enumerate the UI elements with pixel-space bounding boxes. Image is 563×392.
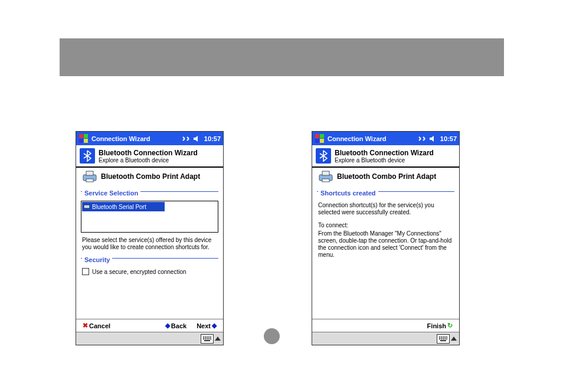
connectivity-icon[interactable]: [181, 134, 191, 143]
app-title: Connection Wizard: [91, 135, 179, 142]
svg-rect-16: [207, 338, 208, 339]
bluetooth-icon: [316, 148, 331, 164]
svg-rect-15: [205, 338, 206, 339]
svg-rect-1: [84, 134, 88, 138]
svg-rect-0: [79, 134, 83, 138]
svg-rect-30: [443, 337, 444, 338]
svg-rect-23: [320, 139, 324, 143]
service-item-bt-serial[interactable]: Bluetooth Serial Port: [82, 202, 165, 211]
printer-icon: [82, 170, 97, 183]
sip-up-icon[interactable]: [451, 337, 457, 341]
device-name: Bluetooth Combo Print Adapt: [337, 172, 436, 181]
back-icon: ◆: [165, 322, 170, 329]
svg-rect-26: [322, 179, 329, 182]
cancel-button[interactable]: ✖ Cancel: [81, 322, 110, 329]
start-flag-icon[interactable]: [315, 133, 325, 143]
page-number-dot: [264, 328, 280, 344]
device-row: Bluetooth Combo Print Adapt: [76, 168, 223, 185]
secure-connection-row[interactable]: Use a secure, encrypted connection: [76, 267, 223, 276]
start-flag-icon[interactable]: [78, 133, 89, 143]
service-item-label: Bluetooth Serial Port: [92, 204, 146, 210]
svg-rect-34: [441, 338, 442, 339]
title-bar[interactable]: Connection Wizard 10:57: [76, 132, 223, 145]
keyboard-icon[interactable]: [437, 334, 450, 344]
svg-rect-28: [439, 337, 440, 338]
secure-label: Use a secure, encrypted connection: [92, 269, 186, 275]
svg-rect-19: [204, 340, 210, 341]
finish-icon: ↻: [447, 322, 453, 329]
shortcuts-msg3: From the Bluetooth Manager "My Connectio…: [312, 230, 459, 260]
svg-rect-35: [443, 338, 444, 339]
clock[interactable]: 10:57: [440, 135, 457, 142]
shortcuts-msg1: Connection shortcut(s) for the service(s…: [312, 200, 459, 217]
service-selection-group: Service Selection: [81, 187, 218, 198]
shortcuts-msg2: To connect:: [312, 217, 459, 230]
device-screen-left: Connection Wizard 10:57 Bluetooth Connec…: [76, 131, 224, 345]
svg-rect-17: [208, 338, 210, 339]
svg-rect-37: [446, 338, 447, 339]
svg-rect-9: [203, 337, 204, 338]
volume-icon[interactable]: [192, 134, 202, 143]
shortcuts-title: Shortcuts created: [318, 190, 378, 197]
next-label: Next: [197, 322, 211, 329]
svg-rect-13: [210, 337, 211, 338]
next-icon: ◆: [212, 322, 217, 329]
wizard-title: Bluetooth Connection Wizard: [335, 149, 434, 157]
svg-rect-11: [207, 337, 208, 338]
connectivity-icon[interactable]: [417, 134, 427, 143]
wizard-header: Bluetooth Connection Wizard Explore a Bl…: [312, 145, 459, 168]
top-banner: [60, 38, 504, 76]
wizard-header: Bluetooth Connection Wizard Explore a Bl…: [76, 145, 223, 168]
back-label: Back: [171, 322, 186, 329]
next-button[interactable]: Next ◆: [197, 322, 218, 329]
svg-rect-29: [441, 337, 442, 338]
svg-rect-7: [84, 205, 90, 208]
svg-rect-20: [315, 134, 319, 138]
svg-rect-3: [84, 139, 88, 143]
svg-rect-21: [320, 134, 324, 138]
sip-up-icon[interactable]: [215, 337, 221, 341]
keyboard-icon[interactable]: [201, 334, 214, 344]
svg-rect-10: [205, 337, 206, 338]
app-title: Connection Wizard: [328, 135, 415, 142]
sip-bar: [312, 332, 459, 345]
wizard-subtitle: Explore a Bluetooth device: [99, 157, 198, 164]
svg-rect-32: [446, 337, 447, 338]
svg-rect-38: [440, 340, 446, 341]
volume-icon[interactable]: [428, 134, 438, 143]
svg-rect-25: [322, 171, 329, 175]
service-list[interactable]: Bluetooth Serial Port: [81, 201, 218, 233]
finish-label: Finish: [427, 322, 446, 329]
shortcuts-group: Shortcuts created: [317, 187, 454, 198]
service-hint: Please select the service(s) offered by …: [76, 235, 223, 252]
clock[interactable]: 10:57: [204, 135, 221, 142]
svg-rect-12: [208, 337, 210, 338]
svg-rect-2: [79, 139, 83, 143]
svg-rect-18: [210, 338, 211, 339]
printer-icon: [318, 170, 333, 183]
service-selection-title: Service Selection: [82, 190, 140, 197]
back-button[interactable]: ◆ Back: [164, 322, 186, 329]
svg-rect-31: [444, 337, 446, 338]
wizard-title: Bluetooth Connection Wizard: [99, 149, 198, 157]
svg-rect-5: [86, 171, 93, 175]
finish-button[interactable]: Finish ↻: [427, 322, 454, 329]
device-screen-right: Connection Wizard 10:57 Bluetooth Connec…: [312, 131, 460, 345]
cancel-icon: ✖: [83, 322, 88, 329]
svg-rect-36: [444, 338, 446, 339]
svg-rect-22: [315, 139, 319, 143]
secure-checkbox[interactable]: [82, 268, 89, 275]
svg-rect-33: [439, 338, 440, 339]
title-bar[interactable]: Connection Wizard 10:57: [312, 132, 459, 145]
cancel-label: Cancel: [89, 322, 110, 329]
svg-rect-14: [203, 338, 204, 339]
sip-bar: [76, 332, 223, 345]
command-bar: Finish ↻: [312, 319, 459, 332]
command-bar: ✖ Cancel ◆ Back Next ◆: [76, 319, 223, 332]
device-name: Bluetooth Combo Print Adapt: [101, 172, 200, 181]
security-group: Security: [81, 254, 218, 264]
device-row: Bluetooth Combo Print Adapt: [312, 168, 459, 185]
svg-rect-6: [86, 179, 93, 182]
wizard-subtitle: Explore a Bluetooth device: [335, 157, 434, 164]
security-title: Security: [82, 256, 112, 263]
